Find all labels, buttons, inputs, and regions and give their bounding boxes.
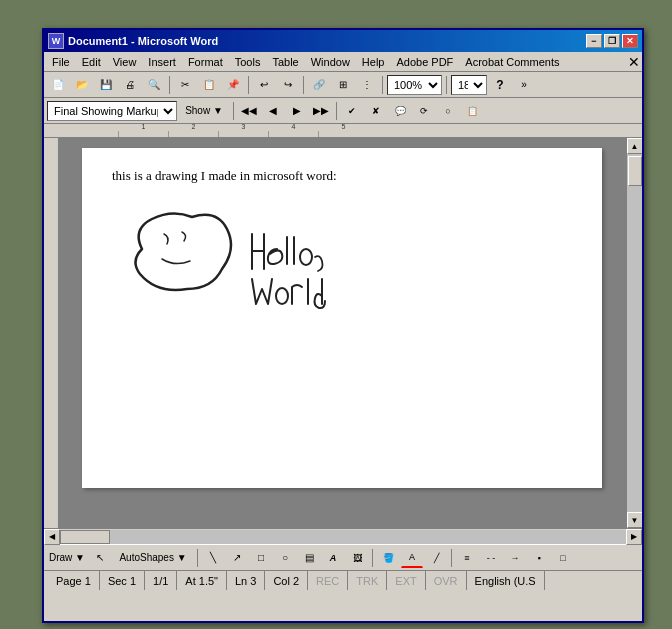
- line-color-btn[interactable]: ╱: [425, 548, 447, 568]
- draw-dropdown-btn[interactable]: Draw ▼: [47, 548, 87, 568]
- doc-scroll-area[interactable]: this is a drawing I made in microsoft wo…: [58, 138, 626, 528]
- shadow-btn[interactable]: ▪: [528, 548, 550, 568]
- vertical-scrollbar[interactable]: ▲ ▼: [626, 138, 642, 528]
- next-btn[interactable]: ▶: [286, 101, 308, 121]
- hscroll-track-left[interactable]: [60, 530, 110, 544]
- svg-point-0: [300, 249, 312, 265]
- fill-color-btn[interactable]: 🪣: [377, 548, 399, 568]
- clipart-tool[interactable]: 🖼: [346, 548, 368, 568]
- title-buttons: − ❐ ✕: [586, 34, 638, 48]
- menu-acrobat-comments[interactable]: Acrobat Comments: [459, 54, 565, 70]
- arrow-style-btn[interactable]: →: [504, 548, 526, 568]
- cut-btn[interactable]: ✂: [174, 75, 196, 95]
- arrow-tool[interactable]: ↗: [226, 548, 248, 568]
- show-btn[interactable]: Show ▼: [179, 101, 229, 121]
- oval-tool[interactable]: ○: [274, 548, 296, 568]
- ruler-tick-5: 5: [318, 131, 368, 137]
- font-size-control: 18 12 14 24: [451, 75, 487, 95]
- markup-dropdown[interactable]: Final Showing Markup Final Original Orig…: [47, 101, 177, 121]
- menu-adobe-pdf[interactable]: Adobe PDF: [390, 54, 459, 70]
- comment-btn[interactable]: 💬: [389, 101, 411, 121]
- reject-btn[interactable]: ✘: [365, 101, 387, 121]
- balloon-btn[interactable]: ○: [437, 101, 459, 121]
- autoshapes-btn[interactable]: AutoShapes ▼: [113, 548, 193, 568]
- sep4: [382, 76, 383, 94]
- menu-table[interactable]: Table: [266, 54, 304, 70]
- menu-view[interactable]: View: [107, 54, 143, 70]
- font-color-btn[interactable]: A: [401, 548, 423, 568]
- restore-button[interactable]: ❐: [604, 34, 620, 48]
- zoom-control: 100% 75% 150%: [387, 75, 442, 95]
- status-lang: English (U.S: [467, 571, 545, 590]
- prev-prev-btn[interactable]: ◀◀: [238, 101, 260, 121]
- toolbar-overflow[interactable]: »: [513, 75, 535, 95]
- close-doc-btn[interactable]: ✕: [628, 54, 640, 70]
- word-icon: W: [48, 33, 64, 49]
- menu-edit[interactable]: Edit: [76, 54, 107, 70]
- hscroll-right-btn[interactable]: ▶: [626, 529, 642, 545]
- cursor-tool[interactable]: ↖: [89, 548, 111, 568]
- sep6: [233, 102, 234, 120]
- status-at: At 1.5": [177, 571, 227, 590]
- 3d-btn[interactable]: □: [552, 548, 574, 568]
- vert-ruler: [44, 138, 58, 528]
- preview-btn[interactable]: 🔍: [143, 75, 165, 95]
- table-btn[interactable]: ⊞: [332, 75, 354, 95]
- draw-toolbar: Draw ▼ ↖ AutoShapes ▼ ╲ ↗ □ ○ ▤ A 🖼 🪣 A …: [44, 544, 642, 570]
- menu-help[interactable]: Help: [356, 54, 391, 70]
- status-ovr: OVR: [426, 571, 467, 590]
- menu-file[interactable]: File: [46, 54, 76, 70]
- textbox-tool[interactable]: ▤: [298, 548, 320, 568]
- scroll-track[interactable]: [627, 154, 643, 512]
- dash-style-btn[interactable]: - -: [480, 548, 502, 568]
- drawing-svg: [112, 199, 392, 329]
- columns-btn[interactable]: ⋮: [356, 75, 378, 95]
- line-tool[interactable]: ╲: [202, 548, 224, 568]
- zoom-select[interactable]: 100% 75% 150%: [387, 75, 442, 95]
- menu-bar: File Edit View Insert Format Tools Table…: [44, 52, 642, 72]
- horizontal-scrollbar[interactable]: ◀ ▶: [44, 528, 642, 544]
- hyperlink-btn[interactable]: 🔗: [308, 75, 330, 95]
- next-next-btn[interactable]: ▶▶: [310, 101, 332, 121]
- wordart-tool[interactable]: A: [322, 548, 344, 568]
- hscroll-track-main[interactable]: [110, 530, 626, 544]
- reviewing-pane-btn[interactable]: 📋: [461, 101, 483, 121]
- page-body-text: this is a drawing I made in microsoft wo…: [112, 168, 572, 184]
- prev-btn[interactable]: ◀: [262, 101, 284, 121]
- minimize-button[interactable]: −: [586, 34, 602, 48]
- close-button[interactable]: ✕: [622, 34, 638, 48]
- open-btn[interactable]: 📂: [71, 75, 93, 95]
- print-btn[interactable]: 🖨: [119, 75, 141, 95]
- menu-format[interactable]: Format: [182, 54, 229, 70]
- help-btn[interactable]: ?: [489, 75, 511, 95]
- title-bar: W Document1 - Microsoft Word − ❐ ✕: [44, 30, 642, 52]
- redo-btn[interactable]: ↪: [277, 75, 299, 95]
- rect-tool[interactable]: □: [250, 548, 272, 568]
- status-page: Page 1: [48, 571, 100, 590]
- line-style-btn[interactable]: ≡: [456, 548, 478, 568]
- menu-window[interactable]: Window: [305, 54, 356, 70]
- main-content: this is a drawing I made in microsoft wo…: [44, 138, 642, 528]
- save-btn[interactable]: 💾: [95, 75, 117, 95]
- track-btn[interactable]: ⟳: [413, 101, 435, 121]
- sep2: [248, 76, 249, 94]
- paste-btn[interactable]: 📌: [222, 75, 244, 95]
- scroll-up-btn[interactable]: ▲: [627, 138, 643, 154]
- menu-insert[interactable]: Insert: [142, 54, 182, 70]
- scroll-down-btn[interactable]: ▼: [627, 512, 643, 528]
- accept-btn[interactable]: ✔: [341, 101, 363, 121]
- new-btn[interactable]: 📄: [47, 75, 69, 95]
- scroll-thumb[interactable]: [628, 156, 642, 186]
- status-bar: Page 1 Sec 1 1/1 At 1.5" Ln 3 Col 2 REC …: [44, 570, 642, 590]
- sep5: [446, 76, 447, 94]
- word-icon-letter: W: [52, 36, 61, 46]
- font-size-select[interactable]: 18 12 14 24: [451, 75, 487, 95]
- copy-btn[interactable]: 📋: [198, 75, 220, 95]
- ruler-content: 1 2 3 4 5: [118, 125, 368, 137]
- menu-tools[interactable]: Tools: [229, 54, 267, 70]
- undo-btn[interactable]: ↩: [253, 75, 275, 95]
- draw-sep3: [451, 549, 452, 567]
- drawing-area: [112, 199, 392, 329]
- hscroll-left-btn[interactable]: ◀: [44, 529, 60, 545]
- status-trk: TRK: [348, 571, 387, 590]
